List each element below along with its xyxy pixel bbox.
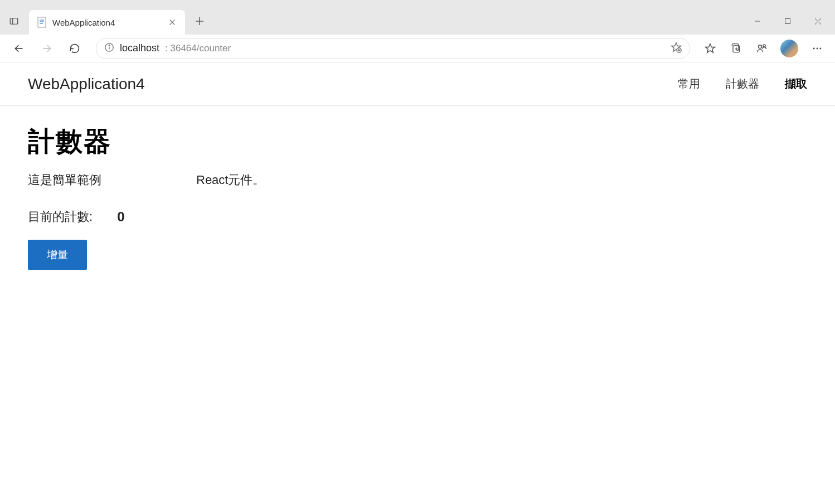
app-navbar: WebApplication4 常用 計數器 擷取 [0,62,835,106]
tab-actions-icon[interactable] [4,12,23,31]
new-tab-button[interactable] [188,10,211,32]
count-row: 目前的計數: 0 [28,209,807,225]
svg-point-30 [817,47,818,49]
favorites-icon[interactable] [699,37,721,60]
navbar-brand[interactable]: WebApplication4 [28,75,145,93]
tab-title: WebApplication4 [52,18,162,27]
browser-toolbar: localhost : 36464/counter [0,35,835,62]
svg-rect-11 [785,19,790,24]
svg-rect-0 [10,18,18,25]
url-path: : 36464/counter [165,43,231,54]
tab-bar: WebApplication4 [0,8,835,35]
window-minimize-button[interactable] [745,12,770,30]
forward-button[interactable] [35,37,59,60]
refresh-button[interactable] [62,37,87,60]
back-button[interactable] [7,37,31,60]
window-close-button[interactable] [805,12,831,30]
site-info-icon[interactable] [104,42,114,55]
collections-icon[interactable] [725,37,747,60]
browser-chrome: WebApplication4 [0,0,835,62]
description-row: 這是簡單範例 React元件。 [28,172,807,188]
window-titlebar [0,0,835,8]
svg-point-18 [109,45,109,45]
profile-avatar[interactable] [780,40,798,57]
svg-point-27 [759,45,762,48]
add-favorite-icon[interactable] [671,42,682,55]
page-content: WebApplication4 常用 計數器 擷取 計數器 這是簡單範例 Rea… [0,62,835,288]
svg-point-31 [819,47,821,49]
svg-rect-2 [38,17,46,27]
svg-marker-23 [706,43,715,52]
browser-tab-active[interactable]: WebApplication4 [29,10,185,35]
account-icon[interactable] [750,37,773,60]
increment-button[interactable]: 增量 [28,240,87,270]
tab-favicon-icon [37,17,47,27]
count-label: 目前的計數: [28,209,93,225]
nav-link-fetch[interactable]: 擷取 [785,76,807,91]
settings-menu-icon[interactable] [806,37,828,60]
window-maximize-button[interactable] [775,12,800,30]
nav-link-counter[interactable]: 計數器 [726,76,759,91]
tab-close-icon[interactable] [167,17,177,27]
main-content: 計數器 這是簡單範例 React元件。 目前的計數: 0 增量 [0,106,835,288]
description-right: React元件。 [196,172,265,188]
nav-link-home[interactable]: 常用 [678,76,700,91]
navbar-nav: 常用 計數器 擷取 [678,76,807,91]
svg-point-29 [813,47,815,49]
description-left: 這是簡單範例 [28,172,101,188]
url-host: localhost [120,42,159,54]
address-bar[interactable]: localhost : 36464/counter [96,38,690,59]
window-controls [745,12,831,30]
count-value: 0 [117,209,124,225]
page-title: 計數器 [28,124,807,159]
svg-point-28 [763,44,765,46]
